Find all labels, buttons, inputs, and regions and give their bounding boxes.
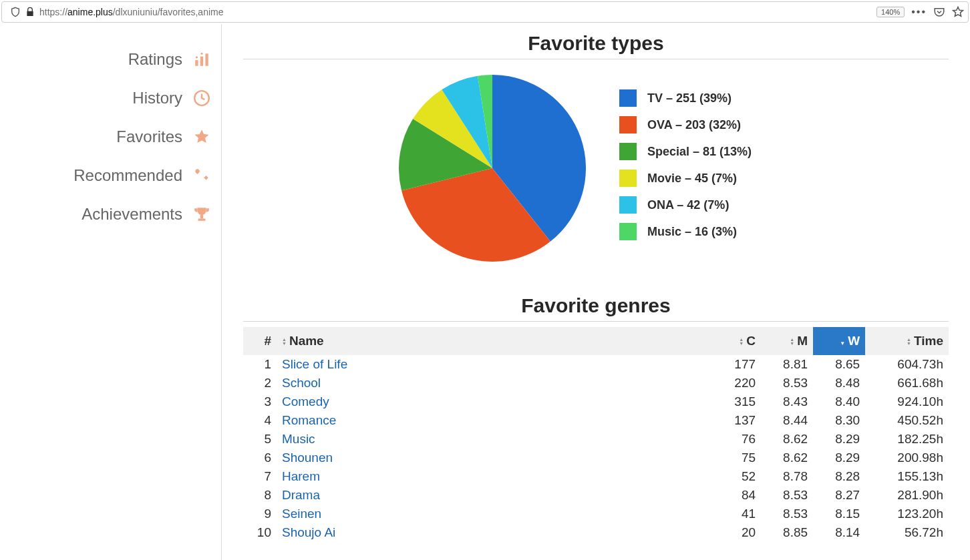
cell-m: 8.78 (761, 467, 813, 486)
genre-link[interactable]: Seinen (282, 507, 321, 521)
cell-c: 52 (714, 467, 761, 486)
genre-link[interactable]: Music (282, 432, 315, 446)
main-content: Favorite types TV – 251 (39%)OVA – 203 (… (222, 24, 970, 560)
cell-rank: 10 (243, 523, 277, 542)
table-row: 3Comedy3158.438.40924.10h (243, 392, 949, 411)
genre-link[interactable]: Slice of Life (282, 357, 347, 371)
cell-rank: 2 (243, 374, 277, 392)
cell-time: 56.72h (865, 523, 949, 542)
genre-link[interactable]: Comedy (282, 394, 329, 408)
legend-item-tv[interactable]: TV – 251 (39%) (619, 89, 800, 107)
table-row: 2School2208.538.48661.68h (243, 374, 949, 392)
col-m[interactable]: ▲▼M (761, 327, 813, 355)
sidebar-item-recommended[interactable]: Recommended (0, 156, 210, 195)
history-icon (193, 89, 210, 107)
genre-link[interactable]: Harem (282, 469, 320, 483)
cell-m: 8.53 (761, 505, 813, 523)
divider (243, 59, 949, 59)
cell-c: 84 (714, 486, 761, 505)
tracking-shield-icon[interactable] (10, 7, 21, 17)
legend-item-special[interactable]: Special – 81 (13%) (619, 143, 800, 160)
url-path: /dlxuniuniu/favorites,anime (113, 7, 224, 17)
cell-m: 8.44 (761, 411, 813, 430)
trophy-icon (193, 206, 210, 223)
zoom-badge[interactable]: 140% (876, 7, 905, 17)
page-actions-icon[interactable]: ••• (911, 6, 927, 18)
table-row: 4Romance1378.448.30450.52h (243, 411, 949, 430)
cell-rank: 9 (243, 505, 277, 523)
legend-label: OVA – 203 (32%) (647, 118, 741, 132)
col-rank[interactable]: # (243, 327, 277, 355)
sidebar-item-label: Achievements (82, 205, 182, 224)
bookmark-star-icon[interactable] (952, 6, 964, 18)
table-row: 9Seinen418.538.15123.20h (243, 505, 949, 523)
table-row: 1Slice of Life1778.818.65604.73h (243, 355, 949, 374)
cell-w: 8.65 (813, 355, 865, 374)
col-c[interactable]: ▲▼C (714, 327, 761, 355)
sidebar-item-label: Favorites (116, 127, 182, 146)
legend-swatch (619, 196, 637, 214)
url-text[interactable]: https://anime.plus/dlxuniuniu/favorites,… (39, 7, 876, 17)
cell-name: Music (277, 430, 714, 449)
genre-link[interactable]: Shoujo Ai (282, 525, 335, 539)
lock-icon[interactable] (25, 7, 35, 17)
suits-icon (193, 167, 210, 184)
svg-point-4 (200, 53, 202, 55)
svg-point-3 (196, 56, 198, 58)
pocket-icon[interactable] (933, 6, 945, 18)
legend-item-music[interactable]: Music – 16 (3%) (619, 223, 800, 240)
sidebar-item-achievements[interactable]: Achievements (0, 195, 210, 234)
sidebar-item-label: Recommended (73, 166, 182, 185)
genre-link[interactable]: Drama (282, 488, 320, 502)
legend-item-ova[interactable]: OVA – 203 (32%) (619, 116, 800, 133)
favorite-types-pie-chart (392, 65, 593, 265)
legend-item-ona[interactable]: ONA – 42 (7%) (619, 196, 800, 214)
cell-rank: 7 (243, 467, 277, 486)
legend-swatch (619, 143, 637, 160)
cell-name: School (277, 374, 714, 392)
cell-c: 75 (714, 449, 761, 467)
sidebar-item-label: Ratings (128, 50, 182, 69)
cell-name: Seinen (277, 505, 714, 523)
legend-label: Music – 16 (3%) (647, 225, 737, 239)
cell-time: 123.20h (865, 505, 949, 523)
cell-w: 8.28 (813, 467, 865, 486)
star-icon (193, 128, 210, 146)
table-row: 8Drama848.538.27281.90h (243, 486, 949, 505)
divider (243, 321, 949, 322)
svg-rect-8 (198, 219, 206, 221)
genre-link[interactable]: Romance (282, 413, 336, 427)
cell-w: 8.27 (813, 486, 865, 505)
sidebar-item-label: History (132, 89, 182, 107)
cell-rank: 3 (243, 392, 277, 411)
sidebar-item-ratings[interactable]: Ratings (0, 40, 210, 79)
cell-c: 137 (714, 411, 761, 430)
legend-swatch (619, 223, 637, 240)
legend-swatch (619, 170, 637, 187)
browser-address-bar[interactable]: https://anime.plus/dlxuniuniu/favorites,… (1, 1, 969, 23)
url-prefix: https:// (39, 7, 67, 17)
cell-c: 315 (714, 392, 761, 411)
table-row: 7Harem528.788.28155.13h (243, 467, 949, 486)
legend-swatch (619, 89, 637, 107)
cell-w: 8.29 (813, 430, 865, 449)
cell-time: 450.52h (865, 411, 949, 430)
sidebar-item-favorites[interactable]: Favorites (0, 117, 210, 156)
col-w[interactable]: ▼W (813, 327, 865, 355)
cell-m: 8.53 (761, 374, 813, 392)
col-name[interactable]: ▲▼Name (277, 327, 714, 355)
favorite-genres-title: Favorite genres (243, 292, 949, 321)
cell-rank: 4 (243, 411, 277, 430)
legend-item-movie[interactable]: Movie – 45 (7%) (619, 170, 800, 187)
genre-link[interactable]: School (282, 376, 321, 390)
legend-swatch (619, 116, 637, 133)
genre-link[interactable]: Shounen (282, 451, 333, 465)
sidebar-item-history[interactable]: History (0, 79, 210, 117)
cell-m: 8.85 (761, 523, 813, 542)
cell-rank: 1 (243, 355, 277, 374)
cell-time: 604.73h (865, 355, 949, 374)
col-time[interactable]: ▲▼Time (865, 327, 949, 355)
cell-w: 8.14 (813, 523, 865, 542)
cell-m: 8.62 (761, 449, 813, 467)
cell-time: 661.68h (865, 374, 949, 392)
